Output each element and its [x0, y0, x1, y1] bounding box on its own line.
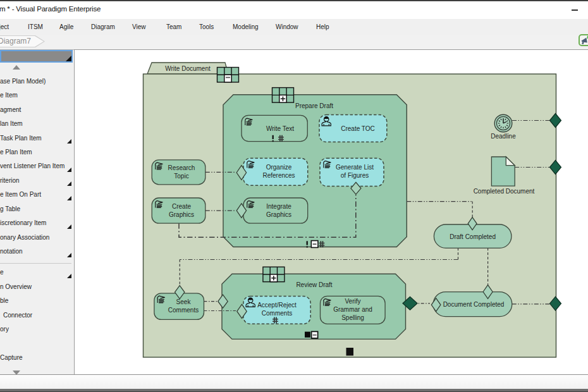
svg-text:of Figures: of Figures — [341, 172, 369, 179]
svg-text:Draft Completed: Draft Completed — [450, 233, 496, 240]
svg-text:Create TOC: Create TOC — [341, 125, 375, 132]
svg-text:Deadline: Deadline — [491, 133, 516, 140]
svg-text:Write Text: Write Text — [266, 125, 294, 132]
svg-text:Graphics: Graphics — [266, 211, 291, 218]
svg-text:Document Completed: Document Completed — [443, 301, 505, 308]
svg-text:Organize: Organize — [266, 164, 292, 171]
svg-text:Comments: Comments — [262, 310, 292, 317]
svg-text:Create: Create — [172, 203, 191, 210]
svg-text:Research: Research — [168, 164, 195, 171]
svg-text:Prepare Draft: Prepare Draft — [295, 102, 333, 109]
svg-text:Comments: Comments — [168, 307, 199, 314]
svg-text:Completed Document: Completed Document — [474, 188, 535, 195]
svg-text:Review Draft: Review Draft — [296, 281, 332, 288]
svg-text:Topic: Topic — [174, 173, 188, 180]
svg-text:Integrate: Integrate — [266, 203, 291, 210]
svg-text:Spelling: Spelling — [341, 314, 364, 321]
svg-text:Write Document: Write Document — [165, 65, 211, 72]
svg-text:References: References — [262, 172, 295, 179]
svg-text:Graphics: Graphics — [169, 211, 194, 218]
svg-text:Grammar and: Grammar and — [333, 306, 372, 313]
svg-text:Seek: Seek — [176, 298, 192, 305]
svg-text:Verify: Verify — [345, 298, 360, 305]
svg-text:Accept/Reject: Accept/Reject — [257, 302, 297, 309]
svg-text:Generate List: Generate List — [336, 164, 374, 171]
